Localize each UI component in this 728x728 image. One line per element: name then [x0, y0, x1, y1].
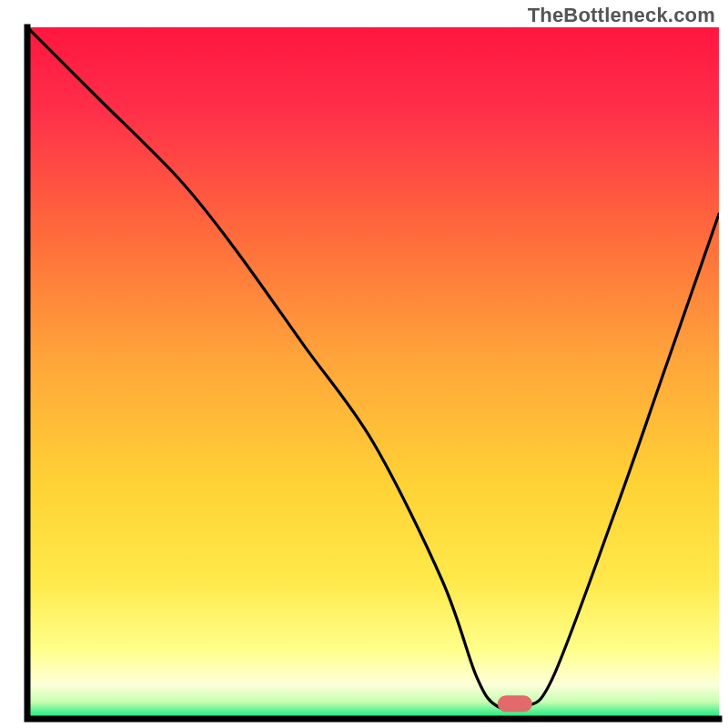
optimal-marker: [498, 695, 532, 712]
bottleneck-chart: [0, 0, 728, 728]
chart-container: TheBottleneck.com: [0, 0, 728, 728]
watermark-text: TheBottleneck.com: [528, 4, 715, 27]
